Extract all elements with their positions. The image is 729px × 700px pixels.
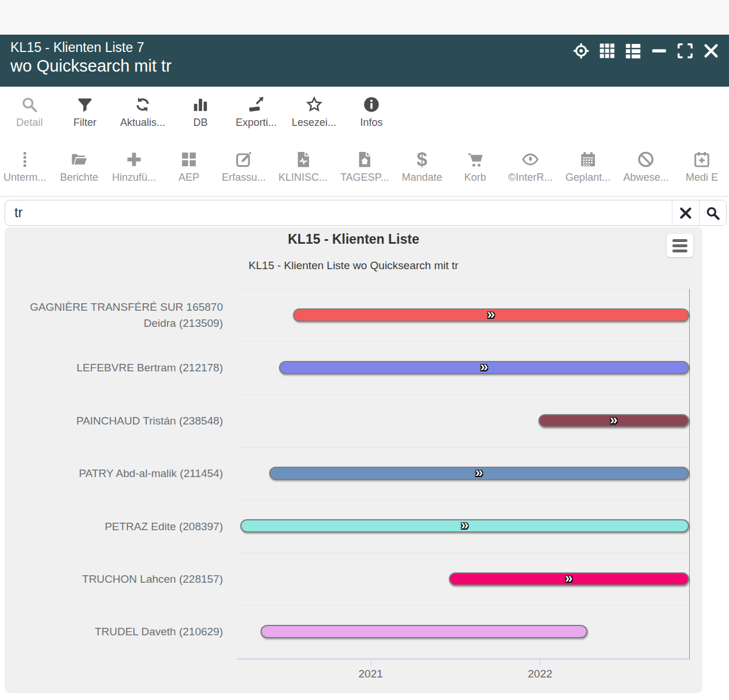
grid-view-icon[interactable] — [598, 42, 616, 59]
star-icon — [306, 95, 323, 114]
toolbar-item-exporti[interactable]: Exporti... — [236, 95, 277, 129]
ban-icon — [637, 150, 654, 169]
page-top-strip — [0, 0, 729, 35]
toolbar-item-geplant[interactable]: Geplant... — [566, 150, 611, 184]
refresh-icon — [134, 95, 151, 114]
dollar-icon: $ — [414, 150, 431, 169]
toolbar-item-label: Unterm... — [3, 172, 46, 184]
gridline-horizontal — [237, 500, 690, 501]
toolbar-item-aktualis[interactable]: Aktualis... — [120, 95, 165, 129]
gantt-row-label: GAGNIÈRE TRANSFÉRÉ SUR 165870Deidra (213… — [5, 289, 223, 341]
search-input[interactable] — [5, 200, 672, 225]
x-axis-tick — [540, 660, 541, 666]
folder-open-icon — [70, 150, 88, 169]
window-controls — [572, 42, 720, 59]
toolbar-item-label: TAGESP... — [340, 172, 389, 184]
toolbar-item-label: Filter — [73, 117, 96, 129]
gantt-row-label: PAINCHAUD Tristán (238548) — [5, 394, 223, 447]
clear-icon — [678, 206, 693, 221]
toolbar-item-label: Hinzufü... — [112, 172, 156, 184]
toolbar-item-infos[interactable]: Infos — [351, 95, 392, 129]
toolbar-item-abwese[interactable]: Abwese... — [623, 150, 669, 184]
gantt-row-label: TRUCHON Lahcen (228157) — [5, 553, 223, 605]
toolbar-item-label: Lesezei... — [292, 117, 336, 129]
toolbar-item-erfassu[interactable]: Erfassu... — [222, 150, 266, 184]
toolbar-item-label: Mandate — [402, 172, 442, 184]
toolbar-item-hinzuf[interactable]: Hinzufü... — [112, 150, 156, 184]
gridline-horizontal — [237, 447, 690, 448]
toolbar-item-klinisc[interactable]: KLINISC... — [278, 150, 328, 184]
toolbar-item-aep[interactable]: AEP — [169, 150, 209, 184]
x-axis-tick — [371, 660, 371, 666]
chart-panel: KL15 - Klienten Liste KL15 - Klienten Li… — [5, 227, 702, 693]
gridline-horizontal — [237, 341, 690, 342]
toolbar-item-korb[interactable]: Korb — [455, 150, 496, 184]
search-row — [0, 196, 729, 228]
toolbar-item-label: Exporti... — [236, 117, 277, 129]
gridline-horizontal — [237, 553, 690, 553]
gantt-bar[interactable] — [279, 361, 689, 374]
toolbar-item-label: KLINISC... — [278, 172, 328, 184]
x-axis-line — [237, 658, 690, 660]
gantt-row-label: PETRAZ Edite (208397) — [5, 500, 223, 553]
gantt-bar[interactable] — [240, 519, 689, 533]
gantt-row-label: LEFEBVRE Bertram (212178) — [5, 341, 223, 394]
file-home-icon — [356, 150, 373, 169]
search-group — [5, 200, 727, 226]
gridline-horizontal — [237, 394, 690, 395]
toolbar-item-lesezei[interactable]: Lesezei... — [292, 95, 336, 129]
gantt-bar[interactable] — [261, 625, 587, 638]
toolbar-item-interr[interactable]: ©InterR... — [508, 150, 553, 184]
maximize-icon[interactable] — [676, 42, 694, 59]
toolbar-item-label: AEP — [178, 172, 199, 184]
window-titlebar: KL15 - Klienten Liste 7 wo Quicksearch m… — [0, 35, 729, 87]
export-icon — [248, 95, 265, 114]
minimize-icon[interactable] — [650, 42, 668, 59]
toolbar-item-medi-e[interactable]: Medi E — [682, 150, 722, 184]
toolbar-item-filter[interactable]: Filter — [65, 95, 105, 129]
funnel-icon — [76, 95, 94, 114]
toolbar-item-unterm[interactable]: Unterm... — [3, 150, 46, 184]
toolbar-primary: DetailFilterAktualis...DBExporti...Lesez… — [0, 87, 729, 142]
gantt-bar[interactable] — [293, 308, 689, 322]
gridline-vertical — [689, 289, 690, 658]
toolbar-secondary: Unterm...BerichteHinzufü...AEPErfassu...… — [0, 142, 729, 196]
grid4-icon — [180, 150, 198, 169]
submit-search-button[interactable] — [699, 200, 726, 225]
close-icon[interactable] — [702, 42, 720, 59]
target-icon[interactable] — [572, 42, 590, 59]
toolbar-item-tagesp[interactable]: TAGESP... — [340, 150, 389, 184]
gantt-bar[interactable] — [449, 572, 689, 586]
file-pulse-icon — [295, 150, 312, 169]
edit-icon — [235, 150, 252, 169]
bar-chart-icon — [192, 95, 209, 114]
search-icon — [705, 206, 720, 221]
eye-icon — [522, 150, 539, 169]
list-view-icon[interactable] — [624, 42, 642, 59]
toolbar-item-berichte[interactable]: Berichte — [59, 150, 99, 184]
magnifier-icon — [21, 95, 38, 114]
toolbar-item-label: Abwese... — [623, 172, 669, 184]
toolbar-item-label: Erfassu... — [222, 172, 266, 184]
toolbar-item-label: Geplant... — [566, 172, 611, 184]
gantt-plot: 20212022GAGNIÈRE TRANSFÉRÉ SUR 165870Dei… — [5, 227, 702, 693]
toolbar-item-detail[interactable]: Detail — [9, 95, 50, 129]
toolbar-item-label: Korb — [464, 172, 486, 184]
toolbar-item-label: Berichte — [60, 172, 98, 184]
kebab-icon — [16, 150, 34, 169]
gantt-bar[interactable] — [538, 414, 689, 427]
info-icon — [363, 95, 380, 114]
gridline-horizontal — [237, 289, 690, 289]
gantt-bar[interactable] — [269, 467, 689, 480]
toolbar-item-label: ©InterR... — [508, 172, 553, 184]
cart-icon — [467, 150, 484, 169]
gantt-row-label: TRUDEL Daveth (210629) — [5, 605, 223, 658]
gantt-row-label: PATRY Abd-al-malik (211454) — [5, 447, 223, 500]
toolbar-item-db[interactable]: DB — [180, 95, 221, 129]
toolbar-item-label: Detail — [16, 117, 43, 129]
x-axis-tick-label: 2021 — [345, 668, 397, 680]
calendar-icon — [579, 150, 597, 169]
toolbar-item-mandate[interactable]: $Mandate — [402, 150, 442, 184]
x-axis-tick-label: 2022 — [514, 668, 566, 680]
clear-search-button[interactable] — [672, 200, 699, 225]
